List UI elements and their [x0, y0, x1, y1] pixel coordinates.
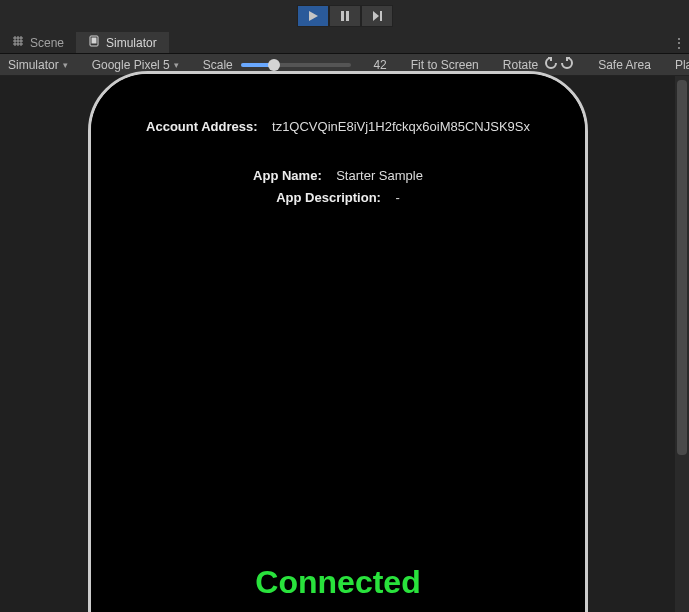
svg-marker-0 — [309, 11, 318, 21]
tab-scene-label: Scene — [30, 36, 64, 50]
tab-scene[interactable]: Scene — [0, 32, 76, 53]
scale-slider[interactable] — [241, 63, 351, 67]
rotate-cw-icon[interactable] — [560, 56, 574, 73]
safe-area-button[interactable]: Safe Area — [592, 54, 657, 75]
device-frame: Account Address: tz1QCVQinE8iVj1H2fckqx6… — [88, 71, 588, 612]
tab-simulator-label: Simulator — [106, 36, 157, 50]
chevron-down-icon: ▾ — [174, 60, 179, 70]
grid-icon — [12, 35, 24, 50]
app-description-label: App Description: — [276, 190, 381, 205]
chevron-down-icon: ▾ — [63, 60, 68, 70]
playback-bar — [0, 0, 689, 32]
tab-simulator[interactable]: Simulator — [76, 32, 169, 53]
device-screen[interactable]: Account Address: tz1QCVQinE8iVj1H2fckqx6… — [91, 74, 585, 612]
playback-controls — [297, 5, 393, 27]
tab-bar: Scene Simulator ⋮ — [0, 32, 689, 54]
app-info: App Name: Starter Sample App Description… — [91, 164, 585, 209]
svg-rect-6 — [92, 38, 97, 44]
device-icon — [88, 35, 100, 50]
svg-rect-2 — [346, 11, 349, 21]
step-button[interactable] — [361, 5, 393, 27]
fit-to-screen-label: Fit to Screen — [411, 58, 479, 72]
slider-thumb[interactable] — [268, 59, 280, 71]
svg-rect-4 — [380, 11, 382, 21]
safe-area-label: Safe Area — [598, 58, 651, 72]
rotate-ccw-icon[interactable] — [544, 56, 558, 73]
device-dropdown-label: Google Pixel 5 — [92, 58, 170, 72]
play-unfocused-label: Play Unfocused — [675, 58, 689, 72]
simulator-dropdown-label: Simulator — [8, 58, 59, 72]
svg-rect-1 — [341, 11, 344, 21]
app-name-value: Starter Sample — [336, 168, 423, 183]
svg-marker-3 — [373, 11, 379, 21]
rotate-label: Rotate — [503, 58, 538, 72]
scrollbar-thumb[interactable] — [677, 80, 687, 455]
simulator-viewport[interactable]: Account Address: tz1QCVQinE8iVj1H2fckqx6… — [0, 76, 689, 612]
app-description-value: - — [395, 190, 399, 205]
play-button[interactable] — [297, 5, 329, 27]
account-address-label: Account Address: — [146, 119, 257, 134]
play-unfocused-button[interactable]: Play Unfocused — [669, 54, 689, 75]
account-info: Account Address: tz1QCVQinE8iVj1H2fckqx6… — [91, 114, 585, 140]
scale-value: 42 — [359, 58, 387, 72]
tab-menu-button[interactable]: ⋮ — [669, 32, 689, 53]
scale-label: Scale — [203, 58, 233, 72]
pause-button[interactable] — [329, 5, 361, 27]
account-address-value: tz1QCVQinE8iVj1H2fckqx6oiM85CNJSK9Sx — [272, 119, 530, 134]
vertical-scrollbar[interactable] — [675, 76, 689, 612]
app-name-label: App Name: — [253, 168, 322, 183]
connection-status: Connected — [91, 564, 585, 601]
simulator-dropdown[interactable]: Simulator ▾ — [2, 54, 74, 75]
